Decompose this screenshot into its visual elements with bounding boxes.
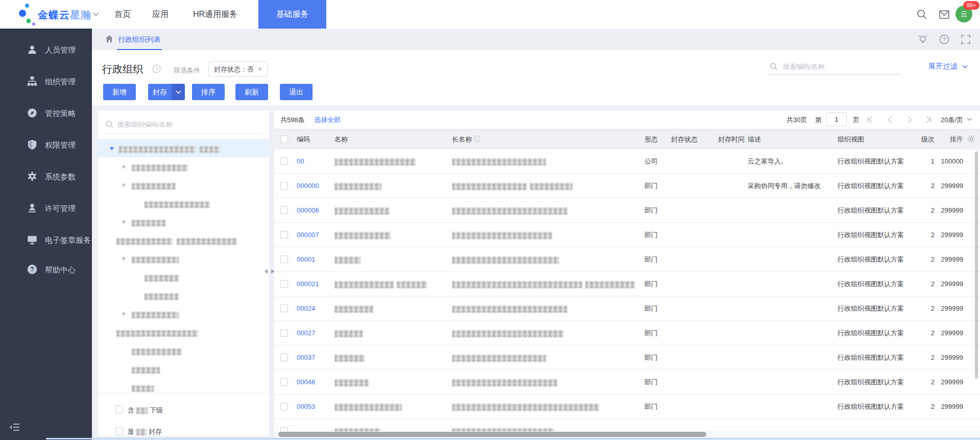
expand-filter-link[interactable]: 展开过滤 (928, 62, 968, 71)
org-code-link[interactable]: 000021 (297, 272, 329, 296)
sort-button[interactable]: 排序 (192, 84, 225, 100)
title-help-icon[interactable]: ? (152, 64, 161, 73)
fullscreen-icon[interactable] (960, 34, 971, 45)
list-search-input[interactable]: 搜索编码/名称 (769, 59, 901, 75)
col-header-long-name[interactable]: 长名称? (452, 129, 638, 150)
splitter-collapse-left-icon[interactable] (265, 269, 268, 274)
tree-expand-arrow-icon[interactable] (123, 165, 126, 169)
tree-node[interactable] (98, 249, 269, 268)
sidebar-item-license[interactable]: 许可管理 (0, 197, 92, 220)
refresh-button[interactable]: 刷新 (235, 84, 268, 100)
tree-expand-arrow-icon[interactable] (123, 312, 126, 316)
column-settings-gear-icon[interactable] (967, 134, 976, 144)
last-page-icon[interactable] (923, 114, 933, 125)
row-checkbox[interactable] (280, 280, 288, 288)
tree-node[interactable] (98, 176, 269, 194)
tree-node[interactable] (98, 213, 269, 231)
col-header-type[interactable]: 形态 (644, 129, 670, 150)
seal-dropdown-button[interactable] (172, 84, 185, 100)
row-checkbox[interactable] (280, 256, 288, 263)
row-checkbox[interactable] (280, 427, 288, 431)
row-checkbox[interactable] (280, 403, 288, 410)
column-help-icon[interactable]: ? (473, 135, 481, 143)
org-code-link[interactable]: 000007 (297, 223, 329, 247)
page-number-input[interactable] (826, 112, 847, 126)
col-header-org-view[interactable]: 组织视图 (838, 129, 915, 150)
col-header-level[interactable]: 级次 (907, 129, 935, 150)
org-code-link[interactable]: 00053 (297, 395, 329, 419)
org-code-link[interactable]: 00037 (297, 345, 329, 370)
tree-expand-arrow-icon[interactable] (123, 257, 126, 261)
filter-chip-seal-status[interactable]: 封存状态：否× (208, 61, 268, 77)
col-header-seal-time[interactable]: 封存时间 (718, 129, 747, 150)
row-checkbox[interactable] (280, 305, 288, 312)
org-code-link[interactable]: 000000 (297, 174, 329, 198)
sidebar-item-organization[interactable]: 组织管理 (0, 71, 92, 93)
tree-node[interactable] (98, 231, 269, 249)
sidebar-item-esignature[interactable]: 电子签章服务 (0, 229, 92, 251)
tree-node[interactable] (98, 305, 269, 323)
lightbulb-icon[interactable] (917, 34, 928, 45)
select-all-link[interactable]: 选择全部 (314, 115, 341, 125)
nav-item-apps[interactable]: 应用 (152, 0, 169, 29)
nav-item-base-services[interactable]: 基础服务 (258, 0, 326, 29)
select-all-checkbox[interactable] (280, 135, 288, 143)
chevron-down-icon[interactable] (967, 118, 972, 121)
sidebar-item-permissions[interactable]: 权限管理 (0, 134, 92, 156)
row-checkbox[interactable] (280, 206, 288, 214)
tree-filter-checkbox[interactable] (115, 406, 123, 413)
org-code-link[interactable]: 000006 (297, 198, 329, 223)
row-checkbox[interactable] (280, 378, 288, 386)
org-code-link[interactable]: 00024 (297, 296, 329, 321)
org-code-link[interactable]: 00046 (297, 370, 329, 395)
vertical-scrollbar[interactable] (975, 151, 978, 379)
first-page-icon[interactable] (866, 114, 876, 125)
logo-chevron-down-icon[interactable] (93, 12, 99, 16)
seal-button[interactable]: 封存 (148, 84, 172, 100)
tree-expand-arrow-icon[interactable] (123, 220, 126, 224)
row-checkbox[interactable] (280, 231, 288, 239)
page-size-select[interactable]: 20条/页 (941, 115, 963, 125)
org-code-link[interactable]: 00001 (297, 247, 329, 272)
prev-page-icon[interactable] (885, 114, 895, 125)
org-code-link[interactable]: 00 (297, 149, 329, 174)
global-search-icon[interactable] (916, 8, 928, 20)
tree-node[interactable] (98, 194, 269, 213)
row-checkbox[interactable] (280, 354, 288, 361)
tree-node[interactable] (98, 157, 269, 176)
add-button[interactable]: 新增 (103, 84, 136, 100)
nav-item-home[interactable]: 首页 (114, 0, 131, 29)
tree-node[interactable] (98, 286, 269, 305)
tree-node[interactable] (98, 323, 269, 341)
org-code-link[interactable]: 00027 (297, 321, 329, 345)
col-header-desc[interactable]: 描述 (748, 129, 835, 150)
tree-node[interactable] (98, 268, 269, 286)
sidebar-item-help-center[interactable]: ? 帮助中心 (0, 259, 92, 281)
tree-node[interactable] (98, 139, 269, 157)
sidebar-collapse-icon[interactable] (9, 422, 20, 432)
nav-item-hr-services[interactable]: HR通用服务 (193, 0, 237, 29)
tab-admin-org-list[interactable]: 行政组织列表 (117, 29, 162, 50)
next-page-icon[interactable] (904, 114, 915, 125)
tree-node[interactable] (98, 341, 269, 360)
tree-filter-checkbox[interactable] (115, 427, 123, 435)
message-icon[interactable] (938, 8, 950, 20)
col-header-name[interactable]: 名称 (334, 129, 447, 150)
home-icon[interactable] (105, 34, 114, 43)
help-circle-icon[interactable]: ? (939, 34, 950, 45)
filter-chip-close-icon[interactable]: × (258, 65, 262, 73)
row-checkbox[interactable] (280, 157, 288, 165)
row-checkbox[interactable] (280, 329, 288, 337)
exit-button[interactable]: 退出 (280, 84, 313, 100)
sidebar-item-personnel[interactable]: 人员管理 (0, 39, 92, 61)
sidebar-item-system-params[interactable]: 系统参数 (0, 166, 92, 188)
tree-search-input[interactable]: 搜索组织编码/名称 (104, 114, 261, 134)
tree-expand-arrow-icon[interactable] (123, 183, 126, 187)
row-checkbox[interactable] (280, 182, 288, 190)
col-header-code[interactable]: 编码 (297, 129, 329, 150)
tree-node[interactable] (98, 360, 269, 378)
sidebar-item-control-policy[interactable]: 管控策略 (0, 102, 92, 125)
org-code-link[interactable] (297, 419, 329, 431)
tree-collapse-arrow-icon[interactable] (110, 147, 114, 150)
horizontal-scrollbar-thumb[interactable] (278, 432, 706, 437)
